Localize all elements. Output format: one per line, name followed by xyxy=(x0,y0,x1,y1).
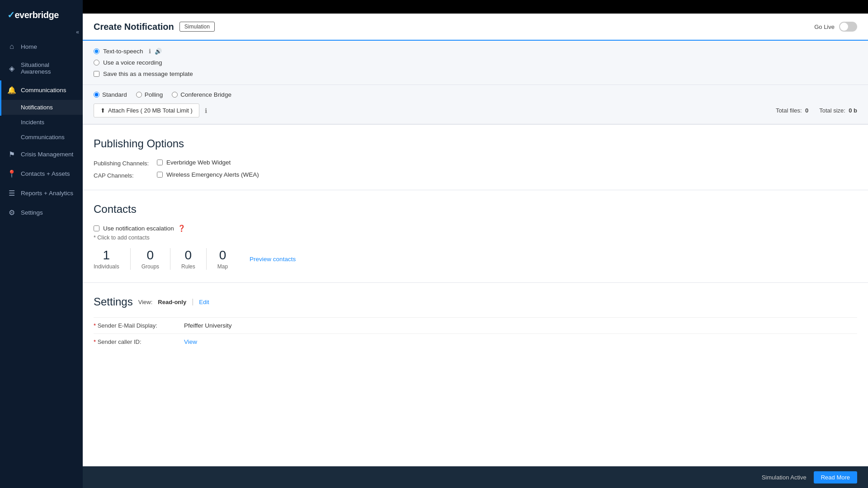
view-mode: Read-only xyxy=(158,299,186,305)
contacts-stats: 1 Individuals 0 Groups 0 Rules 0 Map xyxy=(94,248,857,270)
topbar-left: Create Notification Simulation xyxy=(94,22,215,32)
sidebar-item-label: Crisis Management xyxy=(21,151,73,158)
sound-icon: 🔊 xyxy=(155,48,162,55)
escalation-info-icon: ❓ xyxy=(178,225,185,232)
use-escalation-label: Use notification escalation xyxy=(103,225,174,232)
attachment-section: Standard Polling Conference Bridge ⬆ Att… xyxy=(83,85,868,124)
attach-files-button[interactable]: ⬆ Attach Files ( 20 MB Total Limit ) xyxy=(94,103,199,117)
use-voice-recording-radio[interactable] xyxy=(94,60,99,66)
conference-bridge-radio[interactable] xyxy=(172,92,178,98)
everbridge-web-widget-checkbox[interactable] xyxy=(157,160,163,165)
everbridge-web-widget-option: Everbridge Web Widget xyxy=(157,159,231,166)
sidebar-sub-item-label: Incidents xyxy=(21,119,44,126)
publishing-channels-options: Everbridge Web Widget xyxy=(157,159,231,166)
sidebar-item-incidents[interactable]: Incidents xyxy=(0,115,83,130)
publishing-channels-label: Publishing Channels: xyxy=(94,159,157,167)
standard-option[interactable]: Standard xyxy=(94,91,127,98)
sidebar-collapse-btn[interactable]: « xyxy=(0,27,83,37)
use-voice-recording-row: Use a voice recording xyxy=(94,59,857,66)
cap-channels-options: Wireless Emergency Alerts (WEA) xyxy=(157,171,259,178)
black-topbar xyxy=(83,0,868,14)
save-template-row: Save this as a message template xyxy=(94,70,857,77)
polling-radio[interactable] xyxy=(136,92,142,98)
sender-email-field: Sender E-Mail Display: Pfeiffer Universi… xyxy=(94,317,857,333)
sidebar-item-label: Contacts + Assets xyxy=(21,170,70,177)
sidebar-item-label: Home xyxy=(21,43,37,50)
sidebar-item-situational-awareness[interactable]: ◈ Situational Awareness xyxy=(0,56,83,80)
attach-btn-label: Attach Files ( 20 MB Total Limit ) xyxy=(108,107,193,114)
sender-email-value: Pfeiffer University xyxy=(184,322,232,329)
sidebar-item-label: Situational Awareness xyxy=(21,61,75,75)
wireless-emergency-checkbox[interactable] xyxy=(157,172,163,178)
use-escalation-checkbox[interactable] xyxy=(94,225,99,231)
contacts-assets-icon: 📍 xyxy=(7,169,16,178)
stat-groups: 0 Groups xyxy=(142,248,170,270)
attach-row: ⬆ Attach Files ( 20 MB Total Limit ) ℹ T… xyxy=(94,103,857,117)
wireless-emergency-option: Wireless Emergency Alerts (WEA) xyxy=(157,171,259,178)
sidebar-item-settings[interactable]: ⚙ Settings xyxy=(0,203,83,222)
sidebar-item-home[interactable]: ⌂ Home xyxy=(0,37,83,56)
content-area: Text-to-speech ℹ 🔊 Use a voice recording… xyxy=(83,41,868,488)
simulation-badge: Simulation xyxy=(179,22,215,32)
reports-analytics-icon: ☰ xyxy=(7,189,16,197)
sidebar-nav: ⌂ Home ◈ Situational Awareness 🔔 Communi… xyxy=(0,37,83,488)
stat-rules: 0 Rules xyxy=(181,248,207,270)
publishing-options-title: Publishing Options xyxy=(94,137,857,150)
standard-label: Standard xyxy=(102,91,127,98)
sidebar-item-communications-sub[interactable]: Communications xyxy=(0,130,83,145)
sidebar-item-communications[interactable]: 🔔 Communications xyxy=(0,80,83,100)
map-label: Map xyxy=(217,263,228,270)
sidebar: ✓everbridge « ⌂ Home ◈ Situational Aware… xyxy=(0,0,83,488)
page-title: Create Notification xyxy=(94,22,174,32)
voice-section: Text-to-speech ℹ 🔊 Use a voice recording… xyxy=(83,41,868,85)
view-label: View: xyxy=(138,299,153,305)
sidebar-item-label: Reports + Analytics xyxy=(21,190,73,197)
individuals-count: 1 xyxy=(103,248,110,263)
wireless-emergency-label: Wireless Emergency Alerts (WEA) xyxy=(166,171,259,178)
simulation-active-text: Simulation Active xyxy=(762,474,807,481)
edit-link[interactable]: Edit xyxy=(199,299,209,305)
home-icon: ⌂ xyxy=(7,42,16,51)
sidebar-item-crisis-management[interactable]: ⚑ Crisis Management xyxy=(0,145,83,164)
sidebar-logo: ✓everbridge xyxy=(0,0,83,27)
sidebar-item-label: Communications xyxy=(21,87,66,94)
publishing-options-section: Publishing Options Publishing Channels: … xyxy=(83,125,868,179)
sidebar-item-notifications[interactable]: Notifications xyxy=(0,100,83,115)
sender-caller-label: Sender caller ID: xyxy=(94,338,184,345)
communications-icon: 🔔 xyxy=(7,86,16,94)
publishing-channels-row: Publishing Channels: Everbridge Web Widg… xyxy=(94,159,857,167)
sender-caller-field: Sender caller ID: View xyxy=(94,333,857,350)
text-to-speech-radio[interactable] xyxy=(94,48,99,54)
topbar-right: Go Live xyxy=(814,22,857,32)
cap-channels-label: CAP Channels: xyxy=(94,171,157,179)
contacts-title: Contacts xyxy=(94,203,857,216)
sender-caller-link[interactable]: View xyxy=(184,338,197,345)
conference-bridge-option[interactable]: Conference Bridge xyxy=(172,91,231,98)
use-voice-recording-label: Use a voice recording xyxy=(103,59,162,66)
escalation-row: Use notification escalation ❓ xyxy=(94,225,857,232)
save-template-checkbox[interactable] xyxy=(94,71,99,77)
pipe-divider: | xyxy=(192,298,193,306)
sidebar-item-contacts-assets[interactable]: 📍 Contacts + Assets xyxy=(0,164,83,183)
rules-count: 0 xyxy=(185,248,192,263)
go-live-toggle[interactable] xyxy=(839,22,857,32)
read-more-button[interactable]: Read More xyxy=(814,471,857,483)
text-to-speech-row: Text-to-speech ℹ 🔊 xyxy=(94,48,857,55)
total-files: Total files: 0 xyxy=(776,107,808,114)
stat-map: 0 Map xyxy=(217,248,239,270)
individuals-label: Individuals xyxy=(94,263,119,270)
stat-individuals: 1 Individuals xyxy=(94,248,131,270)
polling-option[interactable]: Polling xyxy=(136,91,163,98)
sidebar-item-reports-analytics[interactable]: ☰ Reports + Analytics xyxy=(0,183,83,203)
standard-radio[interactable] xyxy=(94,92,99,98)
sender-email-label: Sender E-Mail Display: xyxy=(94,322,184,329)
info-icon: ℹ xyxy=(149,48,151,55)
polling-label: Polling xyxy=(145,91,163,98)
publishing-grid: Publishing Channels: Everbridge Web Widg… xyxy=(94,159,857,179)
preview-contacts-link[interactable]: Preview contacts xyxy=(250,256,296,263)
map-count: 0 xyxy=(219,248,226,263)
go-live-label: Go Live xyxy=(814,23,835,30)
click-to-add-text: Click to add contacts xyxy=(94,235,857,241)
situational-awareness-icon: ◈ xyxy=(7,64,16,73)
sidebar-item-label: Settings xyxy=(21,209,43,216)
